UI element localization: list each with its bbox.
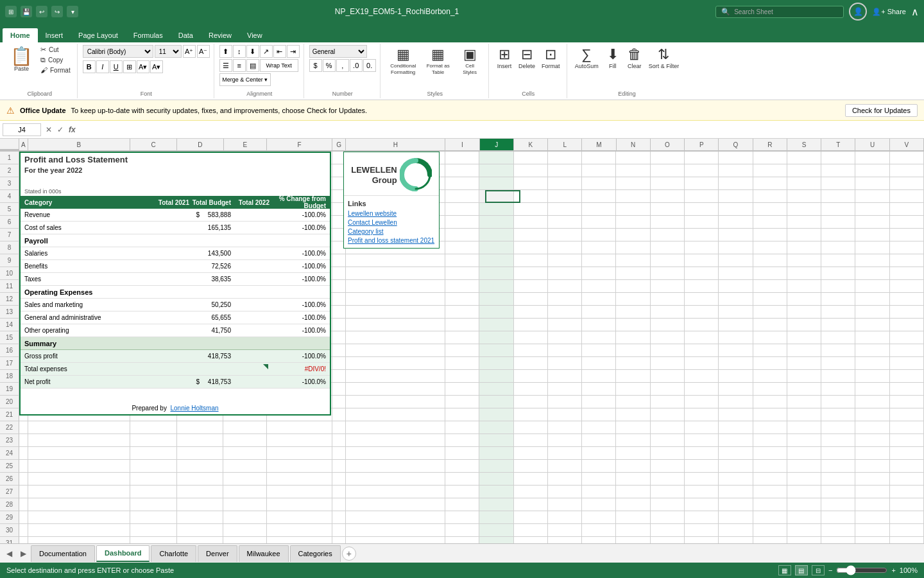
cell-A30[interactable] bbox=[19, 524, 28, 537]
cell-B31[interactable] bbox=[28, 537, 131, 543]
cell-U14[interactable] bbox=[855, 319, 889, 331]
cell-P1[interactable] bbox=[685, 152, 719, 164]
cell-H10[interactable] bbox=[346, 267, 445, 280]
col-header-S[interactable]: S bbox=[787, 139, 821, 150]
cell-O23[interactable] bbox=[651, 434, 685, 447]
more-icon[interactable]: ▾ bbox=[67, 6, 78, 17]
percent-button[interactable]: % bbox=[323, 59, 336, 72]
cell-P24[interactable] bbox=[685, 447, 719, 460]
cell-U2[interactable] bbox=[855, 164, 889, 177]
cell-O28[interactable] bbox=[651, 498, 685, 511]
cell-S16[interactable] bbox=[787, 344, 821, 357]
cell-U22[interactable] bbox=[855, 421, 889, 434]
cell-N13[interactable] bbox=[616, 306, 650, 319]
cell-P15[interactable] bbox=[685, 331, 719, 344]
cell-L3[interactable] bbox=[548, 177, 582, 190]
cell-K15[interactable] bbox=[514, 331, 548, 344]
col-header-C[interactable]: C bbox=[130, 139, 177, 150]
cell-E24[interactable] bbox=[223, 447, 267, 460]
decrease-font-button[interactable]: A⁻ bbox=[197, 45, 210, 58]
cell-J5[interactable] bbox=[479, 203, 513, 216]
cell-S13[interactable] bbox=[787, 306, 821, 319]
cell-V8[interactable] bbox=[890, 241, 924, 254]
cell-C28[interactable] bbox=[130, 498, 177, 511]
cell-O19[interactable] bbox=[651, 383, 685, 396]
cell-O15[interactable] bbox=[651, 331, 685, 344]
cell-H21[interactable] bbox=[346, 408, 445, 421]
cell-G18[interactable] bbox=[332, 370, 346, 383]
cell-I4[interactable] bbox=[445, 190, 479, 203]
cell-Q4[interactable] bbox=[719, 190, 753, 203]
cell-G26[interactable] bbox=[332, 473, 346, 486]
cell-K8[interactable] bbox=[514, 241, 548, 254]
cell-L19[interactable] bbox=[548, 383, 582, 396]
col-header-D[interactable]: D bbox=[177, 139, 224, 150]
cell-L23[interactable] bbox=[548, 434, 582, 447]
cell-K10[interactable] bbox=[514, 267, 548, 280]
cell-G25[interactable] bbox=[332, 460, 346, 473]
col-header-H[interactable]: H bbox=[346, 139, 445, 150]
cell-I7[interactable] bbox=[445, 229, 479, 241]
cell-O22[interactable] bbox=[651, 421, 685, 434]
cell-N28[interactable] bbox=[616, 498, 650, 511]
cell-L26[interactable] bbox=[548, 473, 582, 486]
cell-T13[interactable] bbox=[821, 306, 855, 319]
cell-K7[interactable] bbox=[514, 229, 548, 241]
cell-J26[interactable] bbox=[479, 473, 513, 486]
cell-R20[interactable] bbox=[753, 396, 787, 408]
cell-T8[interactable] bbox=[821, 241, 855, 254]
cell-Q15[interactable] bbox=[719, 331, 753, 344]
font-color-button[interactable]: A▾ bbox=[150, 60, 163, 73]
cell-O31[interactable] bbox=[651, 537, 685, 543]
cell-V29[interactable] bbox=[890, 511, 924, 524]
cell-O26[interactable] bbox=[651, 473, 685, 486]
cell-H17[interactable] bbox=[346, 357, 445, 370]
cell-G16[interactable] bbox=[332, 344, 346, 357]
cell-T30[interactable] bbox=[821, 524, 855, 537]
cell-K18[interactable] bbox=[514, 370, 548, 383]
cell-A29[interactable] bbox=[19, 511, 28, 524]
cell-H30[interactable] bbox=[346, 524, 445, 537]
cell-T24[interactable] bbox=[821, 447, 855, 460]
cell-U1[interactable] bbox=[855, 152, 889, 164]
col-header-R[interactable]: R bbox=[753, 139, 787, 150]
cell-H28[interactable] bbox=[346, 498, 445, 511]
col-header-E[interactable]: E bbox=[224, 139, 268, 150]
col-header-L[interactable]: L bbox=[548, 139, 582, 150]
add-sheet-button[interactable]: + bbox=[342, 547, 356, 561]
cell-Q10[interactable] bbox=[719, 267, 753, 280]
fill-button[interactable]: ⬇ Fill bbox=[603, 45, 623, 71]
cell-J12[interactable] bbox=[479, 293, 513, 306]
cell-P5[interactable] bbox=[685, 203, 719, 216]
col-header-N[interactable]: N bbox=[617, 139, 651, 150]
cell-P9[interactable] bbox=[685, 254, 719, 267]
cell-L1[interactable] bbox=[548, 152, 582, 164]
cell-J30[interactable] bbox=[479, 524, 513, 537]
cell-M11[interactable] bbox=[582, 280, 616, 293]
cell-J19[interactable] bbox=[479, 383, 513, 396]
cell-F23[interactable] bbox=[267, 434, 332, 447]
cell-N16[interactable] bbox=[616, 344, 650, 357]
cell-B27[interactable] bbox=[28, 486, 131, 498]
cell-T3[interactable] bbox=[821, 177, 855, 190]
cell-V17[interactable] bbox=[890, 357, 924, 370]
tab-scroll-right[interactable]: ▶ bbox=[17, 547, 30, 560]
cell-V20[interactable] bbox=[890, 396, 924, 408]
cell-R3[interactable] bbox=[753, 177, 787, 190]
cell-R30[interactable] bbox=[753, 524, 787, 537]
cell-S22[interactable] bbox=[787, 421, 821, 434]
cell-F26[interactable] bbox=[267, 473, 332, 486]
cell-I2[interactable] bbox=[445, 164, 479, 177]
cell-F31[interactable] bbox=[267, 537, 332, 543]
cell-E27[interactable] bbox=[223, 486, 267, 498]
cell-L14[interactable] bbox=[548, 319, 582, 331]
cell-I12[interactable] bbox=[445, 293, 479, 306]
cell-Q11[interactable] bbox=[719, 280, 753, 293]
cell-U4[interactable] bbox=[855, 190, 889, 203]
cell-B28[interactable] bbox=[28, 498, 131, 511]
cell-L28[interactable] bbox=[548, 498, 582, 511]
conditional-formatting-button[interactable]: ▦ Conditional Formatting bbox=[386, 45, 421, 76]
cell-Q18[interactable] bbox=[719, 370, 753, 383]
cell-J9[interactable] bbox=[479, 254, 513, 267]
cell-P30[interactable] bbox=[685, 524, 719, 537]
